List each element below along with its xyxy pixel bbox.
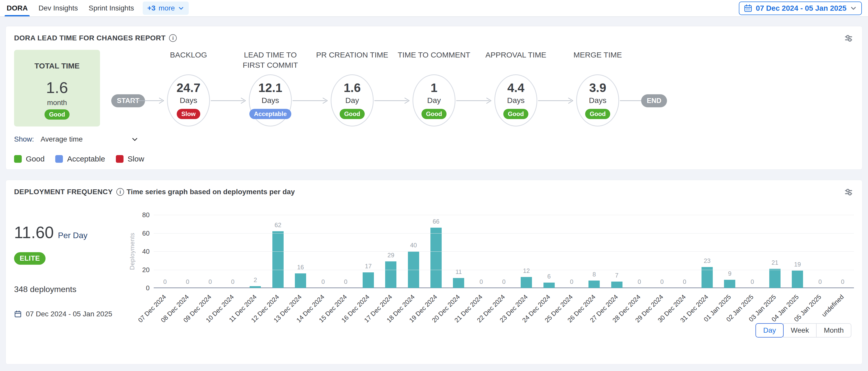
bar[interactable] [702, 267, 713, 288]
y-tick-label: 80 [142, 211, 150, 219]
tab-sprint-insights[interactable]: Sprint Insights [89, 0, 134, 16]
bar-value-label: 2 [254, 276, 257, 283]
bar[interactable] [385, 261, 396, 288]
bar-value-label: 0 [818, 278, 822, 285]
bar-value-label: 7 [615, 272, 618, 279]
legend-item-acceptable: Acceptable [55, 155, 105, 163]
lead-time-card: DORA LEAD TIME FOR CHANGES REPORT i TOTA… [6, 26, 862, 170]
chevron-down-icon [850, 5, 857, 11]
stage-name: TIME TO COMMENT [396, 50, 472, 74]
bar[interactable] [769, 269, 780, 288]
bar-value-label: 0 [841, 278, 844, 285]
stage-name: BACKLOG [150, 50, 227, 74]
tab-dora[interactable]: DORA [7, 0, 28, 16]
chevron-down-icon [131, 136, 138, 143]
bar[interactable] [430, 228, 442, 288]
legend-label: Slow [128, 155, 144, 163]
deployment-frequency-card: DEPLOYMENT FREQUENCY i Time series graph… [6, 180, 862, 364]
stage-circle[interactable]: 1DayGood [412, 74, 456, 127]
stats-date-range: 07 Dec 2024 - 05 Jan 2025 [26, 310, 112, 318]
bar[interactable] [453, 278, 464, 288]
bar-value-label: 0 [660, 278, 664, 285]
total-time-unit: month [14, 99, 100, 107]
stage-name: PR CREATION TIME [314, 50, 391, 74]
bar-value-label: 40 [410, 242, 417, 249]
bar-value-label: 0 [231, 278, 234, 285]
bar[interactable] [250, 286, 261, 288]
bar-value-label: 0 [209, 278, 212, 285]
bar[interactable] [724, 280, 735, 288]
gridline [154, 215, 854, 215]
show-label: Show: [14, 135, 34, 143]
granularity-week[interactable]: Week [783, 323, 816, 338]
bar-value-label: 29 [388, 252, 394, 259]
y-tick-label: 0 [146, 284, 150, 292]
bar[interactable] [544, 282, 555, 288]
granularity-month[interactable]: Month [816, 323, 851, 338]
bar[interactable] [521, 277, 532, 288]
more-tabs-label: more [159, 4, 175, 12]
bar-value-label: 0 [321, 278, 325, 285]
legend-swatch [55, 155, 63, 163]
stage-name: LEAD TIME TO FIRST COMMIT [232, 50, 309, 74]
stage-value: 4.4 [507, 82, 525, 94]
bar-value-label: 0 [683, 278, 686, 285]
stage-unit: Day [345, 96, 359, 105]
bar-value-label: 0 [163, 278, 166, 285]
stage-circle[interactable]: 12.1DaysAcceptable [249, 74, 292, 127]
stage-name: MERGE TIME [559, 50, 636, 74]
status-legend: GoodAcceptableSlow [14, 155, 854, 163]
bar-value-label: 62 [274, 222, 281, 229]
stage-unit: Days [261, 96, 279, 105]
lead-time-card-title: DORA LEAD TIME FOR CHANGES REPORT [14, 34, 165, 42]
bar[interactable] [272, 231, 284, 288]
status-badge: Good [340, 109, 365, 119]
bar-value-label: 0 [638, 278, 641, 285]
stage-circle[interactable]: 1.6DayGood [331, 74, 374, 127]
stage-circle[interactable]: 24.7DaysSlow [167, 74, 210, 127]
stage-circle[interactable]: 3.9DaysGood [576, 74, 619, 127]
y-tick-label: 20 [142, 266, 150, 274]
chevron-down-icon [178, 5, 184, 11]
lead-time-flow: TOTAL TIME 1.6 month Good STARTBACKLOG24… [14, 50, 854, 127]
x-axis-labels: 07 Dec 202408 Dec 202409 Dec 202410 Dec … [154, 288, 854, 322]
stage-circle[interactable]: 4.4DaysGood [494, 74, 537, 127]
granularity-day[interactable]: Day [755, 323, 784, 338]
legend-swatch [14, 155, 22, 163]
bar[interactable] [588, 280, 600, 288]
legend-item-good: Good [14, 155, 44, 163]
bar[interactable] [792, 271, 803, 288]
bar-value-label: 12 [523, 267, 530, 274]
bar-value-label: 8 [593, 271, 596, 278]
total-time-box: TOTAL TIME 1.6 month Good [14, 50, 100, 127]
bar[interactable] [295, 273, 306, 288]
calendar-icon [14, 310, 22, 318]
y-axis-label: Deployments [129, 233, 136, 270]
bar[interactable] [363, 272, 374, 288]
info-icon[interactable]: i [116, 188, 124, 196]
total-time-label: TOTAL TIME [14, 62, 100, 70]
stage-value: 1 [431, 82, 438, 94]
more-tabs-button[interactable]: +3 more [143, 2, 189, 15]
deployments-bar-chart: Deployments 020406080 000026216001729406… [127, 199, 854, 322]
show-dropdown[interactable]: Show: Average time [14, 135, 138, 143]
gridline [154, 251, 854, 252]
sliders-icon[interactable] [844, 187, 854, 198]
tab-dev-insights[interactable]: Dev Insights [38, 0, 78, 16]
flow-track: STARTBACKLOG24.7DaysSlowLEAD TIME TO FIR… [111, 50, 667, 127]
deployment-chart-subtitle: Time series graph based on deployments p… [127, 188, 854, 196]
info-icon[interactable]: i [169, 34, 177, 42]
date-range-picker[interactable]: 07 Dec 2024 - 05 Jan 2025 [739, 2, 862, 15]
stage-unit: Day [427, 96, 441, 105]
bar-value-label: 0 [479, 278, 483, 285]
deployment-stats: 11.60 Per Day ELITE 348 deployments 07 D… [14, 199, 127, 322]
stage-value: 1.6 [344, 82, 361, 94]
bar-value-label: 21 [772, 259, 778, 266]
bar[interactable] [611, 281, 622, 288]
calendar-icon [744, 4, 752, 12]
stage-unit: Days [589, 96, 607, 105]
bar-value-label: 23 [704, 257, 711, 265]
gridline [154, 233, 854, 234]
sliders-icon[interactable] [844, 33, 854, 44]
topbar: DORADev InsightsSprint Insights +3 more … [0, 0, 868, 17]
